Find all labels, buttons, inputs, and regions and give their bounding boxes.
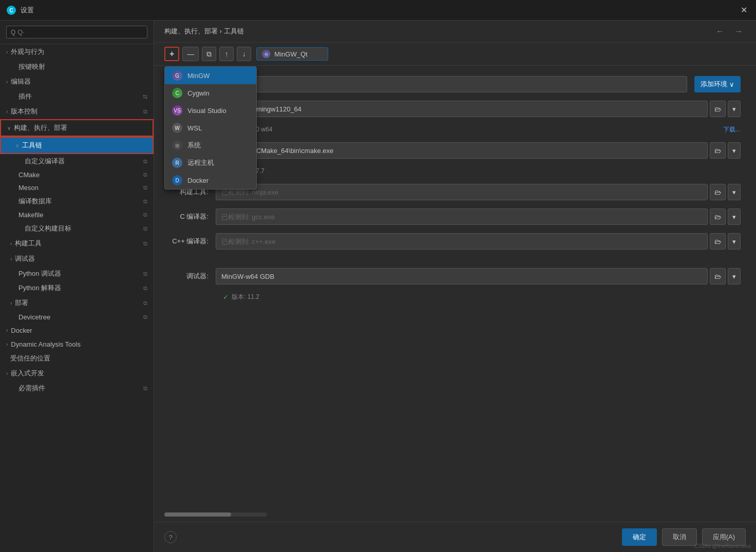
dropdown-item-cygwin[interactable]: C Cygwin [165,84,256,102]
sidebar-item-build-tools[interactable]: › 构建工具 ⧉ [0,236,154,251]
build-tool-dropdown-button[interactable]: ▾ [728,184,741,200]
sidebar-item-label: 工具链 [22,141,146,150]
debugger-input[interactable] [216,268,708,284]
sidebar-item-python-interpreter[interactable]: Python 解释器 ⧉ [0,281,154,295]
cpp-compiler-input[interactable] [216,233,708,250]
svg-text:C: C [9,8,13,13]
back-button[interactable]: ← [713,26,727,37]
sidebar-item-cmake[interactable]: CMake ⧉ [0,168,154,181]
sidebar-item-deploy[interactable]: › 部署 ⧉ [0,295,154,311]
name-input[interactable] [216,76,687,92]
window-icon: ⧉ [143,225,147,232]
move-down-button[interactable]: ↓ [237,47,251,61]
sidebar-item-vcs[interactable]: › 版本控制 ⧉ [0,104,154,119]
sidebar-item-makefile[interactable]: Makefile ⧉ [0,208,154,221]
cancel-button[interactable]: 取消 [662,528,697,546]
chevron-down-icon: ∨ [7,125,11,131]
chevron-right-icon: › [6,79,8,85]
dropdown-item-label: 远程主机 [187,158,214,167]
sidebar-item-docker[interactable]: › Docker [0,323,154,337]
dropdown-item-docker[interactable]: D Docker [165,172,256,189]
remote-icon: R [172,158,182,168]
mingw-icon: G [172,70,182,81]
c-compiler-label: C 编译器: [169,212,216,221]
window-icon: ⧉ [143,198,147,205]
cpp-compiler-dropdown-button[interactable]: ▾ [728,233,741,250]
sidebar-item-required-plugins[interactable]: 必需插件 ⧉ [0,381,154,395]
sidebar-item-debugger[interactable]: › 调试器 [0,251,154,267]
toolset-dropdown-button[interactable]: ▾ [728,101,741,117]
toolset-input[interactable] [216,101,708,117]
debugger-browse-button[interactable]: 🗁 [710,268,726,284]
window-icon: ⧉ [143,285,147,292]
sidebar-item-label: 必需插件 [18,384,45,393]
cmake-version-row: ✓ 版本: 3.27.7 [223,167,741,176]
system-icon: ⊞ [172,140,182,150]
sidebar-item-editor[interactable]: › 编辑器 [0,74,154,89]
build-tool-input[interactable] [216,184,708,200]
remove-toolchain-button[interactable]: — [182,47,199,61]
search-input[interactable] [17,28,143,36]
debugger-input-wrap: 🗁 ▾ [216,268,741,284]
close-button[interactable]: ✕ [738,4,750,16]
c-compiler-input[interactable] [216,208,708,225]
dropdown-item-mingw[interactable]: G MinGW [165,67,256,84]
toolchain-list-item[interactable]: G MinGW_Qt [256,47,328,61]
sidebar-item-label: Python 调试器 [18,269,61,278]
sidebar-item-toolchain[interactable]: ∨ 工具链 [0,137,154,154]
copy-toolchain-button[interactable]: ⧉ [202,47,216,61]
toolset-input-wrap: 🗁 ▾ [216,101,741,117]
sidebar-item-plugins[interactable]: 插件 ⇆ [0,89,154,104]
chevron-right-icon: › [6,341,8,347]
forward-button[interactable]: → [731,26,746,37]
window-icon: ⧉ [143,385,147,392]
sidebar-item-meson[interactable]: Meson ⧉ [0,181,154,194]
confirm-button[interactable]: 确定 [622,528,657,546]
chevron-right-icon: › [6,109,8,115]
sidebar-item-build[interactable]: ∨ 构建、执行、部署 [0,119,154,137]
cmake-dropdown-button[interactable]: ▾ [728,142,741,159]
c-compiler-dropdown-button[interactable]: ▾ [728,208,741,225]
window-icon: ⧉ [143,300,147,307]
add-environment-button[interactable]: 添加环境 ∨ [694,76,741,92]
move-up-button[interactable]: ↑ [219,47,234,61]
chevron-right-icon: › [6,49,8,55]
chevron-down-icon: ∨ [15,143,19,148]
toolset-browse-button[interactable]: 🗁 [710,101,726,117]
dropdown-item-system[interactable]: ⊞ 系统 [165,137,256,154]
build-tool-browse-button[interactable]: 🗁 [710,184,726,200]
sidebar-item-custom-compiler[interactable]: 自定义编译器 ⧉ [0,154,154,168]
dropdown-item-remote[interactable]: R 远程主机 [165,154,256,172]
download-link[interactable]: 下载... [723,125,741,134]
debugger-dropdown-button[interactable]: ▾ [728,268,741,284]
sidebar-item-python-debugger[interactable]: Python 调试器 ⧉ [0,267,154,281]
cpp-compiler-browse-button[interactable]: 🗁 [710,233,726,250]
sidebar-item-keymap[interactable]: 按键映射 [0,60,154,74]
horizontal-scrollbar[interactable] [164,512,267,517]
sidebar-item-trusted-locations[interactable]: 受信任的位置 [0,351,154,366]
dropdown-item-wsl[interactable]: W WSL [165,119,256,137]
toolbar: + — ⧉ ↑ ↓ G MinGW_Qt G MinGW C [154,43,756,66]
sidebar-item-appearance[interactable]: › 外观与行为 [0,44,154,60]
sidebar-item-label: 按键映射 [18,62,45,71]
sidebar-item-dynamic-analysis[interactable]: › Dynamic Analysis Tools [0,337,154,351]
cmake-input[interactable] [216,142,708,159]
toolchain-dropdown-menu: G MinGW C Cygwin VS Visual Studio W WSL [164,66,257,189]
debugger-version-text: 版本: 11.2 [232,293,259,301]
c-compiler-input-wrap: 🗁 ▾ [216,208,741,225]
window-icon: ⧉ [143,240,147,247]
scrollbar-thumb[interactable] [164,512,231,517]
cmake-browse-button[interactable]: 🗁 [710,142,726,159]
c-compiler-browse-button[interactable]: 🗁 [710,208,726,225]
dropdown-item-vs[interactable]: VS Visual Studio [165,102,256,119]
search-input-wrap[interactable]: Q [6,26,147,39]
help-button[interactable]: ? [164,531,177,543]
sidebar-item-compile-db[interactable]: 编译数据库 ⧉ [0,194,154,208]
sidebar-item-custom-target[interactable]: 自定义构建目标 ⧉ [0,221,154,236]
wsl-icon: W [172,123,182,133]
sidebar-item-embedded[interactable]: › 嵌入式开发 [0,366,154,381]
add-toolchain-button[interactable]: + [164,47,179,61]
dropdown-item-label: WSL [187,124,202,132]
sidebar-item-devicetree[interactable]: Devicetree ⧉ [0,311,154,323]
sidebar-item-label: 自定义编译器 [25,157,65,166]
